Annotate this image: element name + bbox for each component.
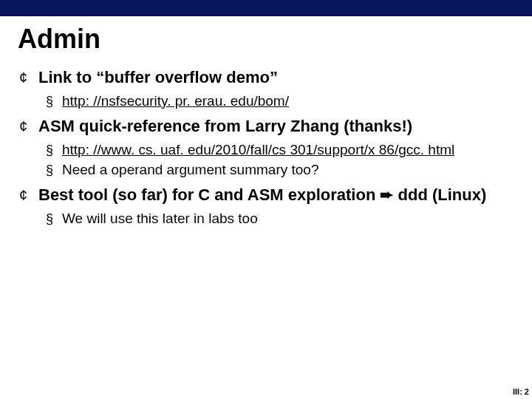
sub-bullet-text: Need a operand argument summary too? (62, 162, 318, 177)
sub-bullet-item: We will use this later in labs too (38, 209, 519, 229)
bullet-text: Link to “buffer overflow demo” (38, 68, 278, 86)
top-bar (0, 0, 532, 16)
bullet-text-pre: Best tool (so far) for C and ASM explora… (38, 185, 380, 204)
arrow-right-icon: ➨ (380, 185, 393, 204)
slide-number: III: 2 (513, 387, 529, 396)
bullet-item: Best tool (so far) for C and ASM explora… (13, 184, 519, 228)
bullet-item: Link to “buffer overflow demo” http: //n… (13, 66, 519, 111)
bullet-item: ASM quick-reference from Larry Zhang (th… (13, 115, 519, 180)
sub-bullet-text: We will use this later in labs too (62, 211, 258, 226)
slide: Admin Link to “buffer overflow demo” htt… (0, 0, 532, 399)
sub-bullet-item: http: //www. cs. uaf. edu/2010/fall/cs 3… (38, 140, 519, 160)
sub-bullet-item: http: //nsfsecurity. pr. erau. edu/bom/ (38, 92, 519, 112)
link-text[interactable]: http: //www. cs. uaf. edu/2010/fall/cs 3… (62, 142, 454, 157)
sub-bullet-item: Need a operand argument summary too? (38, 160, 519, 180)
bullet-text-post: ddd (Linux) (393, 185, 486, 204)
slide-title: Admin (0, 16, 532, 64)
bullet-text: ASM quick-reference from Larry Zhang (th… (38, 117, 412, 135)
content-area: Link to “buffer overflow demo” http: //n… (0, 64, 532, 228)
link-text[interactable]: http: //nsfsecurity. pr. erau. edu/bom/ (62, 93, 289, 109)
